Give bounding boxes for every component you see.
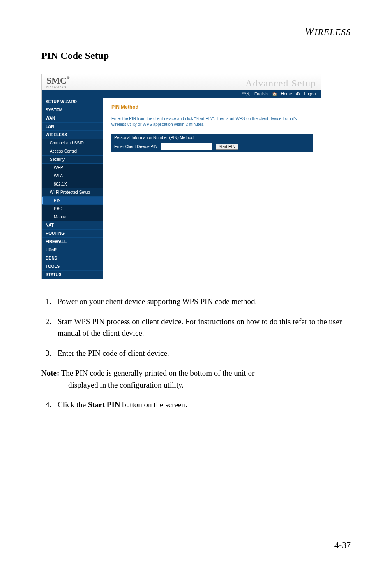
pin-field-label: Enter Client Device PIN [114, 144, 157, 149]
sidebar-item-pbc[interactable]: PBC [42, 205, 103, 213]
document-body: Power on your client device supporting W… [41, 296, 351, 411]
step-3: Enter the PIN code of client device. [53, 348, 351, 360]
sidebar-item-routing[interactable]: ROUTING [42, 230, 103, 238]
note-line2: displayed in the configuration utility. [68, 379, 351, 391]
sidebar-item-channel-and-ssid[interactable]: Channel and SSID [42, 139, 103, 147]
sidebar-item-wi-fi-protected-setup[interactable]: Wi-Fi Protected Setup [42, 188, 103, 197]
sidebar-item-802-1x[interactable]: 802.1X [42, 180, 103, 188]
sidebar-item-wpa[interactable]: WPA [42, 172, 103, 180]
logo-block: SMC® Networks [46, 76, 69, 89]
logo-subtext: Networks [46, 85, 69, 89]
steps-list: Power on your client device supporting W… [41, 296, 351, 359]
sidebar-item-upnp[interactable]: UPnP [42, 246, 103, 254]
logo-main: SMC [46, 75, 67, 86]
running-header: WIRELESS [41, 25, 351, 38]
steps-list-cont: Click the Start PIN button on the screen… [41, 399, 351, 411]
top-bar: 中文 English 🏠 Home ⦿ Logout [42, 90, 321, 98]
lang-english-link[interactable]: English [254, 92, 268, 96]
step4-bold: Start PIN [88, 400, 120, 409]
sidebar-item-system[interactable]: SYSTEM [42, 106, 103, 114]
pin-box-body: Enter Client Device PIN Start PIN [112, 141, 312, 152]
running-header-cap: W [304, 25, 314, 37]
step4-pre: Click the [58, 400, 88, 409]
sidebar-item-wireless[interactable]: WIRELESS [42, 131, 103, 139]
screenshot-header: SMC® Networks Advanced Setup [42, 74, 321, 90]
logo-reg: ® [67, 76, 69, 80]
sidebar-item-pin[interactable]: PIN [42, 197, 103, 205]
section-title: PIN Code Setup [41, 50, 351, 61]
running-header-rest: IRELESS [314, 27, 351, 37]
pin-box-header: Personal Information Number (PIN) Method [112, 134, 312, 141]
sidebar-item-ddns[interactable]: DDNS [42, 254, 103, 262]
client-pin-input[interactable] [161, 143, 212, 150]
step-1: Power on your client device supporting W… [53, 296, 351, 308]
start-pin-button[interactable]: Start PIN [216, 144, 238, 150]
sidebar-nav: SETUP WIZARDSYSTEMWANLANWIRELESSChannel … [42, 98, 103, 279]
sidebar-item-manual[interactable]: Manual [42, 213, 103, 221]
home-icon: 🏠 [272, 92, 277, 96]
sidebar-item-status[interactable]: STATUS [42, 271, 103, 279]
page-number: 4-37 [334, 540, 351, 550]
home-link[interactable]: Home [281, 92, 292, 96]
sidebar-item-tools[interactable]: TOOLS [42, 262, 103, 271]
logo-text: SMC® [46, 76, 69, 85]
router-screenshot: SMC® Networks Advanced Setup 中文 English … [41, 74, 321, 279]
pin-method-box: Personal Information Number (PIN) Method… [111, 134, 313, 152]
sidebar-item-nat[interactable]: NAT [42, 221, 103, 230]
note-line1: The PIN code is generally printed on the… [61, 369, 255, 377]
brand-right: Advanced Setup [245, 78, 316, 89]
step-4: Click the Start PIN button on the screen… [53, 399, 351, 411]
sidebar-item-wan[interactable]: WAN [42, 114, 103, 123]
sidebar-item-setup-wizard[interactable]: SETUP WIZARD [42, 98, 103, 106]
note-label: Note: [41, 369, 59, 377]
sidebar-item-security[interactable]: Security [42, 156, 103, 164]
note-block: Note: The PIN code is generally printed … [41, 367, 351, 391]
step4-post: button on the screen. [120, 400, 187, 409]
step-2: Start WPS PIN process on client device. … [53, 316, 351, 339]
sidebar-item-firewall[interactable]: FIREWALL [42, 238, 103, 246]
screenshot-body: SETUP WIZARDSYSTEMWANLANWIRELESSChannel … [42, 98, 321, 279]
content-pane: PIN Method Enter the PIN from the client… [103, 98, 321, 279]
sidebar-item-access-control[interactable]: Access Control [42, 147, 103, 156]
sidebar-item-lan[interactable]: LAN [42, 123, 103, 131]
lang-chinese-link[interactable]: 中文 [242, 91, 250, 97]
logout-icon: ⦿ [296, 92, 300, 96]
sidebar-item-wep[interactable]: WEP [42, 164, 103, 172]
pin-method-title: PIN Method [111, 104, 313, 110]
pin-method-desc: Enter the PIN from the client device and… [111, 116, 313, 128]
logout-link[interactable]: Logout [304, 92, 317, 96]
